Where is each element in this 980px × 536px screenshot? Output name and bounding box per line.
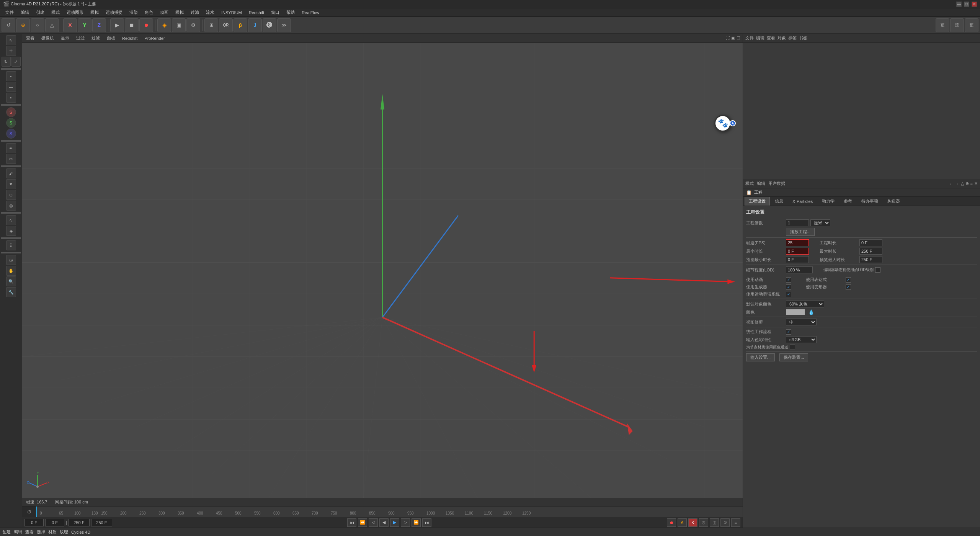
menu-simulate[interactable]: 运动图形 <box>64 9 87 16</box>
prop-dropdown-view-clip[interactable]: 中 小 大 <box>786 319 817 325</box>
viewport-icon2[interactable]: ▣ <box>731 36 735 41</box>
bottom-tab-edit[interactable]: 编辑 <box>14 529 22 535</box>
prop-dropdown-default-color[interactable]: 60% 灰色 <box>786 301 824 307</box>
toolbar-render-region[interactable]: ▣ <box>172 18 186 32</box>
tab-constructor[interactable]: 构造器 <box>883 197 904 206</box>
prop-checkbox-linear[interactable]: ✓ <box>786 329 791 335</box>
om-menu-object[interactable]: 对象 <box>777 35 786 41</box>
tool-edge[interactable]: — <box>6 82 16 92</box>
toolbar-play[interactable]: ▶ <box>110 18 124 32</box>
tab-project-settings[interactable]: 工程设置 <box>745 197 770 206</box>
menu-render[interactable]: 渲染 <box>126 9 141 16</box>
prop-input-lod[interactable] <box>786 266 813 273</box>
transport-start[interactable]: ⏮ <box>347 518 356 527</box>
transport-mode3[interactable]: ⊙ <box>720 518 730 527</box>
props-menu-userdata[interactable]: 用户数据 <box>768 181 785 186</box>
props-menu-edit[interactable]: 编辑 <box>757 181 765 186</box>
transport-mode2[interactable]: ◫ <box>710 518 719 527</box>
prop-load-settings-btn[interactable]: 输入设置... <box>746 353 775 361</box>
bottom-tab-cycles[interactable]: Cycles 4D <box>71 530 90 534</box>
tool-fill[interactable]: ▼ <box>6 179 16 189</box>
tool-camera[interactable]: ◷ <box>6 255 16 265</box>
tool-scale[interactable]: ⤢ <box>11 57 21 67</box>
tool-bevel[interactable]: ◈ <box>6 226 16 236</box>
tool-smooth[interactable]: ◎ <box>6 201 16 211</box>
prop-checkbox-deform[interactable]: ✓ <box>846 284 851 290</box>
prop-checkbox-gen[interactable]: ✓ <box>786 284 791 290</box>
toolbar-render-settings[interactable]: ⚙ <box>186 18 200 32</box>
maximize-button[interactable]: □ <box>964 2 969 7</box>
prop-checkbox-lod[interactable] <box>875 267 880 273</box>
transport-prev-key[interactable]: ⏪ <box>358 518 367 527</box>
om-menu-view[interactable]: 查看 <box>767 35 775 41</box>
minimize-button[interactable]: — <box>956 2 962 7</box>
toolbar-vertex-snap[interactable]: 顶 <box>936 18 949 32</box>
menu-edit[interactable]: 编辑 <box>18 9 32 16</box>
toolbar-preset[interactable]: 预 <box>965 18 978 32</box>
close-button[interactable]: ✕ <box>972 2 977 7</box>
toolbar-y-axis[interactable]: Y <box>78 18 91 32</box>
menu-mode[interactable]: 模式 <box>48 9 63 16</box>
viewport-menu-filter[interactable]: 过滤 <box>75 34 86 42</box>
viewport-menu-redshift[interactable]: Redshift <box>121 35 139 41</box>
tab-dynamics[interactable]: 动力学 <box>818 197 839 206</box>
toolbar-add[interactable]: ⊕ <box>16 18 30 32</box>
tab-info[interactable]: 信息 <box>771 197 787 206</box>
prop-eyedropper-icon[interactable]: 💧 <box>808 309 814 315</box>
menu-pipeline[interactable]: 流水 <box>203 9 217 16</box>
prop-play-btn[interactable]: 播放工程... <box>786 228 815 236</box>
tab-xparticles[interactable]: X-Particles <box>788 198 817 205</box>
menu-redshift[interactable]: Redshift <box>246 10 267 16</box>
prop-input-max-time[interactable] <box>859 248 882 255</box>
transport-play[interactable]: ▶ <box>390 518 399 527</box>
max-frame-input2[interactable] <box>91 519 112 526</box>
viewport-menu-camera[interactable]: 摄像机 <box>40 34 56 42</box>
menu-simulation[interactable]: 模拟 <box>172 9 187 16</box>
toolbar-render-region2[interactable]: 渲 <box>950 18 964 32</box>
prop-color-swatch[interactable] <box>786 309 805 315</box>
menu-mograph[interactable]: 运动捕捉 <box>103 9 126 16</box>
viewport-menu-view[interactable]: 查看 <box>24 34 36 42</box>
toolbar-stop[interactable]: ⏹ <box>125 18 139 32</box>
tool-spline[interactable]: ∿ <box>6 215 16 225</box>
tool-grid-dots[interactable]: ⠿ <box>6 240 16 250</box>
bottom-tab-create[interactable]: 创建 <box>2 529 11 535</box>
transport-record[interactable]: ⏺ <box>667 518 676 527</box>
menu-create[interactable]: 创建 <box>33 9 47 16</box>
prop-input-project-len[interactable] <box>859 239 882 246</box>
props-up-btn[interactable]: △ <box>961 181 964 186</box>
prop-input-scale[interactable] <box>786 219 809 226</box>
toolbar-j[interactable]: J <box>248 18 262 32</box>
tool-zoom[interactable]: 🔍 <box>6 276 16 286</box>
tool-rotate[interactable]: ↻ <box>2 57 11 67</box>
om-menu-bookmark[interactable]: 书签 <box>799 35 807 41</box>
menu-file[interactable]: 文件 <box>2 9 17 16</box>
props-add-btn[interactable]: ⊕ <box>965 181 969 186</box>
prop-dropdown-color-profile[interactable]: sRGB Linear <box>786 336 817 343</box>
tool-poly[interactable]: ▪ <box>6 93 16 103</box>
om-menu-tag[interactable]: 标签 <box>788 35 797 41</box>
menu-insydium[interactable]: INSYDIUM <box>218 10 245 16</box>
toolbar-circle[interactable]: ○ <box>31 18 44 32</box>
max-frame-input[interactable] <box>69 519 90 526</box>
bottom-tab-material[interactable]: 材质 <box>48 529 57 535</box>
prop-input-preview-min[interactable] <box>786 256 809 263</box>
transport-key-mode[interactable]: K <box>688 518 697 527</box>
toolbar-undo[interactable]: ↺ <box>2 18 15 32</box>
toolbar-qr[interactable]: QR <box>219 18 233 32</box>
props-forward-btn[interactable]: → <box>955 181 959 186</box>
toolbar-polygon[interactable]: △ <box>45 18 59 32</box>
bottom-tab-view[interactable]: 查看 <box>25 529 34 535</box>
prop-input-min-time[interactable] <box>786 248 809 255</box>
prop-checkbox-motion[interactable]: ✓ <box>786 292 791 297</box>
toolbar-record[interactable]: ⏺ <box>139 18 153 32</box>
menu-realflow[interactable]: RealFlow <box>299 10 322 16</box>
om-menu-edit[interactable]: 编辑 <box>756 35 764 41</box>
viewport-3d-area[interactable]: 透视视图 Number of emitters: 0 Total live pa… <box>22 43 743 498</box>
props-back-btn[interactable]: ← <box>949 181 954 186</box>
tool-move[interactable]: ✛ <box>6 46 16 56</box>
props-menu-mode[interactable]: 模式 <box>745 181 754 186</box>
toolbar-grid[interactable]: ⊞ <box>204 18 218 32</box>
viewport-menu-display[interactable]: 显示 <box>59 34 71 42</box>
tool-pan[interactable]: ✋ <box>6 266 16 276</box>
